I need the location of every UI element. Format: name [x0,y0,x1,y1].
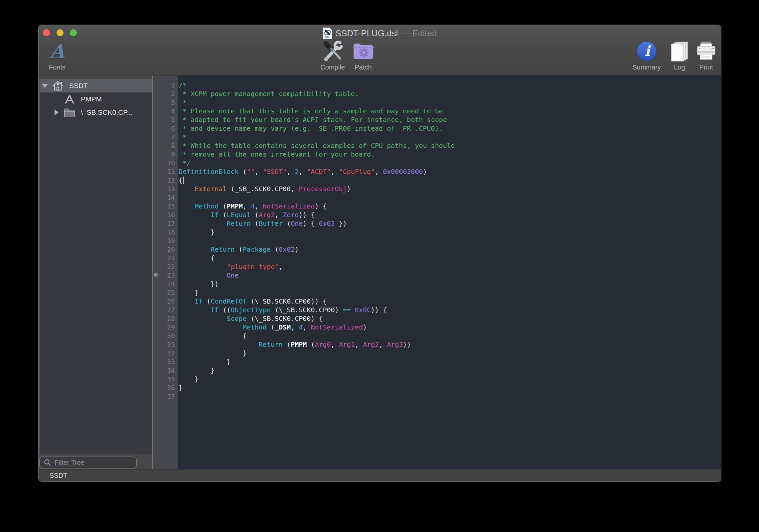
line-number: 5 [159,115,175,124]
code-line: External (_SB_.SCK0.CP00, ProcessorObj) [179,185,721,193]
line-number: 14 [159,193,175,202]
compile-label: Compile [320,64,345,71]
line-number: 9 [159,150,175,159]
summary-label: Summary [632,64,661,71]
line-number: 29 [159,323,175,332]
compile-button[interactable]: Compile [320,40,345,73]
code-line: Return (Package (0x02) [179,245,721,254]
code-line: } [179,357,721,366]
log-icon [669,40,690,63]
line-number: 34 [159,366,175,375]
patch-button[interactable]: Patch [352,40,374,73]
line-number: 31 [159,340,175,349]
log-label: Log [669,64,690,71]
status-bar: SSDT [39,469,721,481]
line-number: 28 [159,314,175,323]
code-line: * remove all the ones irrelevant for you… [179,150,721,159]
line-number: 6 [159,124,175,133]
log-button[interactable]: Log [669,40,690,73]
method-a-icon [64,94,75,104]
code-line: } [179,366,721,375]
line-number: 18 [159,228,175,236]
line-number: 11 [159,167,175,176]
code-line: * XCPM power management compatibility ta… [179,89,721,98]
sidebar-pane: SSDTPMPM\_SB.SCK0.CP... Filter Tree [39,75,152,469]
code-line [179,392,721,401]
compile-icon [320,40,345,63]
code-line: } [179,288,721,297]
disclosure-triangle-icon[interactable] [55,109,59,115]
text-cursor [183,177,184,184]
line-number: 8 [159,141,175,150]
line-number: 4 [159,107,175,115]
line-number: 1 [159,81,175,89]
line-number: 19 [159,236,175,245]
code-line: DefinitionBlock ("", "SSDT", 2, "ACDT", … [179,167,721,176]
code-line: } [179,349,721,357]
line-number: 23 [159,271,175,280]
desktop-background: DSL SSDT-PLUG.dsl — Edited A Fonts [0,0,759,532]
window-title: SSDT-PLUG.dsl [336,28,398,39]
line-number: 13 [159,185,175,193]
line-number: 32 [159,349,175,357]
titlebar: DSL SSDT-PLUG.dsl — Edited [39,27,721,40]
line-number: 12 [159,176,175,185]
line-number: 35 [159,375,175,383]
line-number: 15 [159,202,175,210]
print-label: Print [695,64,717,71]
code-line: Method (PMPM, 4, NotSerialized) { [179,202,721,210]
line-number: 20 [159,245,175,254]
doc-icon-label: DSL [325,36,330,38]
code-line: * and device name may vary (e.g. _SB_.PR… [179,124,721,133]
splitter-handle-icon[interactable] [154,273,158,277]
code-line: Method (_DSM, 4, NotSerialized) [179,323,721,332]
code-line: If (CondRefOf (\_SB.SCK0.CP00)) { [179,297,721,306]
pane-splitter[interactable] [152,75,159,469]
window-title-edited: — Edited [401,28,437,39]
line-number: 25 [159,288,175,297]
code-line: Return (PMPM (Arg0, Arg1, Arg2, Arg3)) [179,340,721,349]
line-number: 26 [159,297,175,306]
sidebar-item--sb-sck0-cp-[interactable]: \_SB.SCK0.CP... [40,106,152,119]
line-number: 21 [159,254,175,262]
code-line: * Please note that this table is only a … [179,107,721,115]
tree-item-label: \_SB.SCK0.CP... [81,108,133,116]
code-line: { [179,254,721,262]
code-line: } [179,383,721,392]
disclosure-triangle-icon[interactable] [42,84,48,88]
patch-icon [352,40,374,63]
line-number: 24 [159,280,175,288]
line-number: 30 [159,332,175,340]
house-icon [51,80,65,91]
code-line: /* [179,81,721,89]
line-number: 2 [159,89,175,98]
sidebar-item-pmpm[interactable]: PMPM [40,92,152,106]
method-icon [63,94,76,104]
code-line: */ [179,159,721,167]
print-icon [695,40,717,63]
line-number: 7 [159,133,175,141]
code-line: * While the table contains several examp… [179,141,721,150]
code-line: If ((ObjectType (\_SB.SCK0.CP00) == 0x0C… [179,306,721,314]
window-chrome: DSL SSDT-PLUG.dsl — Edited A Fonts [39,25,721,75]
line-number: 27 [159,306,175,314]
code-line: One [179,271,721,280]
code-line: } [179,228,721,236]
summary-button[interactable]: i Summary [632,40,661,73]
filter-tree-input[interactable]: Filter Tree [39,457,137,468]
print-button[interactable]: Print [695,40,717,73]
folder-icon [64,108,75,117]
sidebar-item-ssdt[interactable]: SSDT [40,79,152,92]
maciasl-window: DSL SSDT-PLUG.dsl — Edited A Fonts [38,25,721,482]
document-icon: DSL [323,28,332,39]
code-line: { [179,332,721,340]
code-line: * adapted to fit your board's ACPI stack… [179,115,721,124]
fonts-button[interactable]: A Fonts [49,40,66,73]
patch-label: Patch [352,64,374,71]
filter-placeholder: Filter Tree [55,459,84,466]
tree-item-label: PMPM [81,95,102,103]
code-text: /* * XCPM power management compatibility… [178,75,721,401]
code-editor[interactable]: /* * XCPM power management compatibility… [178,75,721,469]
line-number: 22 [159,262,175,271]
line-number-gutter: 1234567891011121314151617181920212223242… [159,75,178,469]
